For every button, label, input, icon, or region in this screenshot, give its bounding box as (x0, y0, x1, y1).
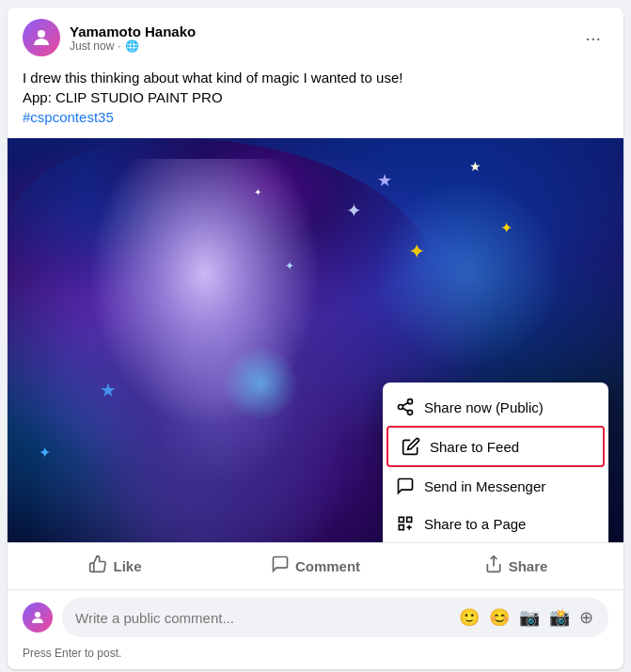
share-icon (484, 555, 503, 578)
like-icon (88, 555, 107, 578)
share-button[interactable]: Share (416, 547, 616, 586)
gif-button[interactable]: 📷 (517, 605, 542, 630)
globe-icon: 🌐 (125, 39, 139, 53)
share-to-page-label: Share to a Page (424, 516, 526, 532)
share-dropdown: Share now (Public) Share to Feed Se (383, 383, 608, 542)
svg-point-2 (399, 405, 403, 410)
action-bar: Like Comment Share (8, 542, 623, 589)
post-header: Yamamoto Hanako Just now · 🌐 ··· (8, 8, 623, 64)
post-text: I drew this thinking about what kind of … (8, 64, 623, 138)
sticker-button[interactable]: 😊 (487, 605, 512, 630)
post-card: Yamamoto Hanako Just now · 🌐 ··· I drew … (8, 8, 623, 669)
comment-footer: Press Enter to post. (8, 645, 623, 669)
post-image: ★ ★ ✦ ✦ ✦ ✦ ★ ✦ ✦ Share now (8, 138, 623, 542)
svg-point-0 (38, 30, 45, 38)
more-comment-button[interactable]: ⊕ (577, 605, 595, 630)
svg-point-1 (408, 399, 413, 404)
comment-label: Comment (295, 558, 360, 574)
share-now-option[interactable]: Share now (Public) (383, 388, 608, 426)
share-to-feed-label: Share to Feed (430, 439, 519, 455)
share-now-label: Share now (Public) (424, 399, 544, 415)
avatar (23, 19, 60, 56)
photo-button[interactable]: 📸 (547, 605, 572, 630)
svg-point-3 (408, 410, 413, 414)
messenger-icon (396, 477, 415, 495)
share-to-page-icon (396, 514, 415, 533)
messenger-label: Send in Messenger (424, 478, 545, 494)
share-to-page-option[interactable]: Share to a Page (383, 505, 608, 542)
commenter-avatar (23, 602, 53, 633)
comment-input-wrapper[interactable]: 🙂 😊 📷 📸 ⊕ (62, 598, 608, 637)
comment-button[interactable]: Comment (215, 547, 416, 586)
like-button[interactable]: Like (15, 547, 215, 586)
share-to-feed-option[interactable]: Share to Feed (386, 426, 605, 467)
post-time: Just now · 🌐 (70, 39, 196, 53)
like-label: Like (113, 558, 141, 574)
share-label: Share (509, 558, 548, 574)
svg-point-9 (35, 612, 40, 617)
privacy-icon: · (118, 39, 120, 53)
comment-input[interactable] (75, 610, 457, 626)
svg-line-5 (402, 402, 408, 405)
send-in-messenger-option[interactable]: Send in Messenger (383, 467, 608, 505)
user-name[interactable]: Yamamoto Hanako (70, 23, 196, 39)
comment-area: 🙂 😊 📷 📸 ⊕ (8, 589, 623, 645)
comment-icon (271, 555, 290, 578)
hashtag[interactable]: #cspcontest35 (23, 107, 608, 127)
share-to-feed-icon (402, 437, 420, 456)
more-options-button[interactable]: ··· (577, 24, 608, 51)
svg-line-4 (402, 408, 408, 411)
emoji-button[interactable]: 🙂 (457, 605, 481, 630)
share-now-icon (396, 398, 415, 416)
more-dots-icon: ··· (585, 27, 601, 48)
